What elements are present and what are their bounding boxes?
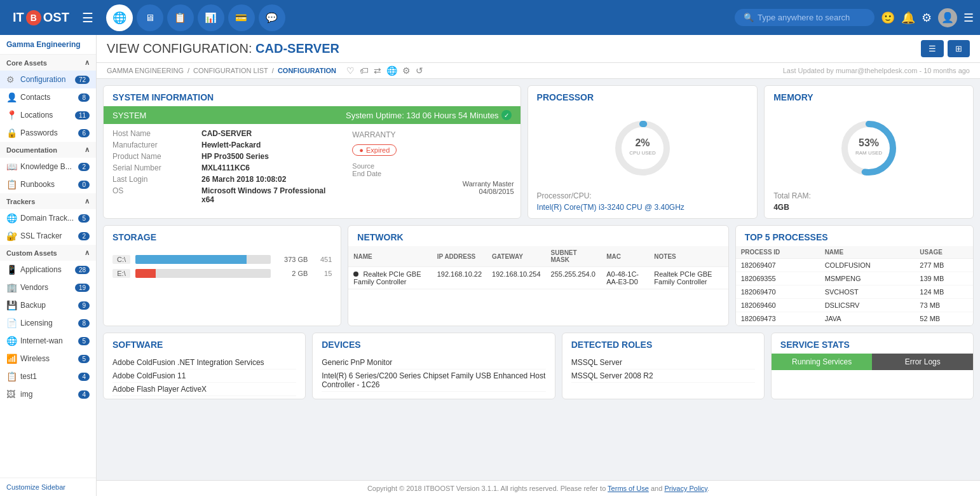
custom-assets-collapse-icon[interactable]: ∧ — [85, 249, 90, 257]
svg-text:2%: 2% — [635, 137, 650, 148]
settings-icon[interactable]: ⚙ — [922, 11, 932, 25]
licensing-badge: 8 — [78, 319, 90, 327]
svg-text:CPU USED: CPU USED — [629, 150, 656, 156]
backup-icon: 💾 — [6, 300, 17, 310]
heart-icon[interactable]: ♡ — [346, 65, 355, 76]
system-header-bar: SYSTEM System Uptime: 13d 06 Hours 54 Mi… — [104, 106, 521, 124]
process-row: 182069473JAVA52 MB — [736, 312, 973, 326]
proc-id: 182069460 — [736, 299, 820, 312]
sidebar-item-img[interactable]: 🖼 img 4 — [0, 385, 96, 403]
sidebar-item-wireless[interactable]: 📶 Wireless 5 — [0, 350, 96, 368]
user-avatar[interactable]: 👤 — [938, 8, 957, 27]
sidebar-section-documentation: Documentation ∧ — [0, 142, 96, 158]
proc-name: DSLICSRV — [820, 299, 915, 312]
terms-link[interactable]: Terms of Use — [608, 485, 649, 492]
sidebar-item-ssl-tracker[interactable]: 🔐 SSL Tracker 2 — [0, 227, 96, 245]
detected-roles-card: DETECTED ROLES MSSQL ServerMSSQL Server … — [562, 333, 765, 399]
processes-title: TOP 5 PROCESSES — [736, 226, 973, 246]
memory-title: MEMORY — [765, 86, 973, 106]
nav-list-btn[interactable]: 📋 — [167, 4, 194, 31]
search-icon: 🔍 — [744, 13, 754, 22]
hamburger-icon[interactable]: ☰ — [76, 10, 100, 25]
sidebar-item-licensing[interactable]: 📄 Licensing 8 — [0, 314, 96, 332]
domain-tracker-label: Domain Track... — [20, 214, 74, 223]
sidebar-item-runbooks[interactable]: 📋 Runbooks 0 — [0, 176, 96, 193]
sidebar-item-passwords[interactable]: 🔒 Passwords 6 — [0, 124, 96, 142]
sidebar-item-locations[interactable]: 📍 Locations 11 — [0, 106, 96, 124]
smiley-icon[interactable]: 🙂 — [881, 11, 895, 25]
sidebar-section-custom-assets: Custom Assets ∧ — [0, 245, 96, 261]
sidebar-item-domain-tracker[interactable]: 🌐 Domain Track... 5 — [0, 209, 96, 227]
drive-c-size: 373 GB — [276, 256, 308, 263]
warranty-master: Warranty Master — [352, 180, 514, 188]
sidebar-section-trackers: Trackers ∧ — [0, 193, 96, 209]
grid-view-button[interactable]: ⊞ — [948, 40, 970, 57]
backup-badge: 9 — [78, 301, 90, 310]
core-assets-collapse-icon[interactable]: ∧ — [85, 59, 90, 67]
storage-title: STORAGE — [104, 226, 341, 246]
drive-e-size: 2 GB — [276, 270, 308, 277]
sidebar-item-applications[interactable]: 📱 Applications 28 — [0, 261, 96, 279]
system-info-card: SYSTEM INFORMATION SYSTEM System Uptime:… — [103, 85, 521, 219]
more-menu-icon[interactable]: ☰ — [963, 11, 974, 25]
storage-bars: C:\ 373 GB 451 E:\ 2 GB — [104, 246, 341, 292]
proc-usage: 139 MB — [915, 272, 973, 286]
globe-icon[interactable]: 🌐 — [386, 65, 397, 76]
sidebar-item-knowledge[interactable]: 📖 Knowledge B... 2 — [0, 158, 96, 176]
documentation-collapse-icon[interactable]: ∧ — [85, 146, 90, 154]
sidebar-item-vendors[interactable]: 🏢 Vendors 19 — [0, 279, 96, 296]
running-services-tab[interactable]: Running Services — [772, 354, 873, 370]
sidebar-item-contacts[interactable]: 👤 Contacts 8 — [0, 88, 96, 106]
network-title: NETWORK — [348, 226, 728, 246]
nav-chat-btn[interactable]: 💬 — [259, 4, 285, 31]
refresh-icon[interactable]: ↺ — [416, 65, 423, 76]
proc-id: 182069355 — [736, 272, 820, 286]
search-input[interactable] — [758, 13, 859, 22]
network-row-0: Realtek PCIe GBE Family Controller 192.1… — [348, 267, 728, 289]
bell-icon[interactable]: 🔔 — [901, 11, 915, 25]
main-layout: Gamma Engineering Core Assets ∧ ⚙ Config… — [0, 35, 980, 496]
logo-b-circle: B — [26, 10, 41, 25]
nav-card-btn[interactable]: 💳 — [228, 4, 255, 31]
knowledge-label: Knowledge B... — [20, 162, 74, 171]
process-row: 182069355MSMPENG139 MB — [736, 272, 973, 286]
share-icon[interactable]: ⇄ — [374, 65, 381, 76]
check-icon: ✓ — [501, 110, 512, 120]
nav-globe-btn[interactable]: 🌐 — [106, 4, 133, 31]
sidebar-item-test1[interactable]: 📋 test1 4 — [0, 368, 96, 385]
header-actions: ☰ ⊞ — [921, 40, 970, 57]
network-card: NETWORK NAME IP ADDRESS GATEWAY SUBNET M… — [348, 225, 728, 326]
sidebar-company[interactable]: Gamma Engineering — [0, 35, 96, 55]
field-label-product: Product Name — [112, 152, 201, 161]
trackers-collapse-icon[interactable]: ∧ — [85, 197, 90, 205]
list-view-button[interactable]: ☰ — [921, 40, 944, 57]
vendors-badge: 19 — [75, 284, 90, 292]
gear-icon[interactable]: ⚙ — [402, 65, 411, 76]
warranty-section: WARRANTY ● Expired Source End Date Warra… — [346, 124, 520, 209]
warranty-date: 04/08/2015 — [352, 188, 514, 195]
sidebar-item-internet-wan[interactable]: 🌐 Internet-wan 5 — [0, 332, 96, 350]
logo: ITBOST — [6, 10, 76, 25]
locations-icon: 📍 — [6, 110, 17, 120]
customize-sidebar-link[interactable]: Customize Sidebar — [0, 478, 96, 496]
proc-id: 182069473 — [736, 312, 820, 326]
sidebar-item-configuration[interactable]: ⚙ Configuration 72 — [0, 71, 96, 88]
breadcrumb-gamma[interactable]: GAMMA ENGINEERING — [107, 67, 184, 74]
warranty-status: ● Expired — [352, 144, 397, 156]
img-badge: 4 — [78, 390, 90, 399]
proc-name: MSMPENG — [820, 272, 915, 286]
nav-chart-btn[interactable]: 📊 — [198, 4, 224, 31]
warranty-enddate-label: End Date — [352, 170, 514, 177]
privacy-link[interactable]: Privacy Policy — [664, 485, 707, 492]
nav-monitor-btn[interactable]: 🖥 — [137, 4, 163, 31]
custom-assets-label: Custom Assets — [6, 249, 57, 257]
error-logs-tab[interactable]: Error Logs — [872, 354, 973, 370]
field-label-hostname: Host Name — [112, 129, 201, 138]
tag-icon[interactable]: 🏷 — [360, 65, 369, 76]
breadcrumb-config-list[interactable]: CONFIGURATION LIST — [193, 67, 268, 74]
configuration-badge: 72 — [75, 76, 90, 84]
sidebar-item-backup[interactable]: 💾 Backup 9 — [0, 296, 96, 314]
drive-c-bar-bg — [135, 255, 271, 264]
network-row0-gateway: 192.168.10.254 — [487, 267, 545, 289]
test1-icon: 📋 — [6, 371, 17, 382]
